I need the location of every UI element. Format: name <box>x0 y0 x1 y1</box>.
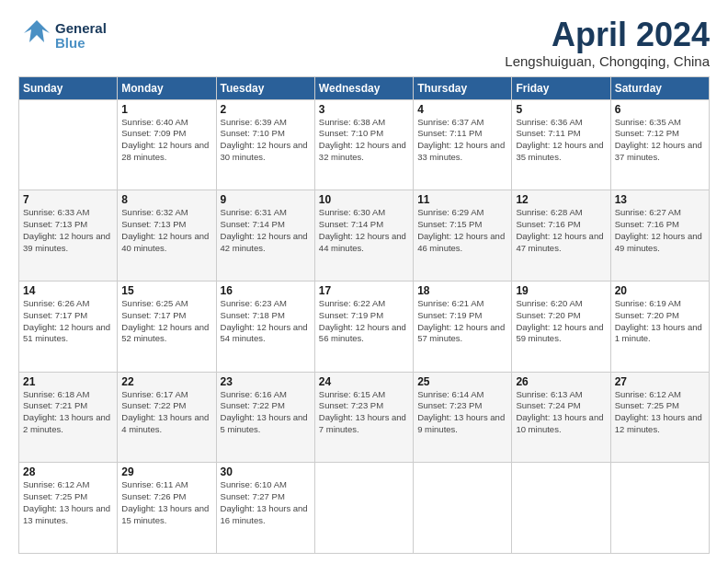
calendar-cell: 26Sunrise: 6:13 AM Sunset: 7:24 PM Dayli… <box>512 372 610 463</box>
cell-info: Sunrise: 6:36 AM Sunset: 7:11 PM Dayligh… <box>516 117 606 164</box>
calendar-cell: 19Sunrise: 6:20 AM Sunset: 7:20 PM Dayli… <box>512 281 610 372</box>
calendar-cell: 24Sunrise: 6:15 AM Sunset: 7:23 PM Dayli… <box>314 372 413 463</box>
logo-icon <box>18 17 53 52</box>
cell-day-number: 24 <box>319 375 409 388</box>
calendar-cell: 3Sunrise: 6:38 AM Sunset: 7:10 PM Daylig… <box>314 99 413 190</box>
calendar-cell <box>414 463 512 554</box>
logo-general: General <box>55 21 107 37</box>
cell-day-number: 19 <box>516 284 606 297</box>
calendar-cell: 9Sunrise: 6:31 AM Sunset: 7:14 PM Daylig… <box>216 190 314 282</box>
cell-day-number: 12 <box>516 193 606 206</box>
calendar-cell: 4Sunrise: 6:37 AM Sunset: 7:11 PM Daylig… <box>414 99 512 190</box>
cell-info: Sunrise: 6:23 AM Sunset: 7:18 PM Dayligh… <box>221 298 311 345</box>
calendar-cell: 25Sunrise: 6:14 AM Sunset: 7:23 PM Dayli… <box>414 372 512 463</box>
calendar-cell: 29Sunrise: 6:11 AM Sunset: 7:26 PM Dayli… <box>118 463 216 554</box>
cell-info: Sunrise: 6:33 AM Sunset: 7:13 PM Dayligh… <box>23 207 113 254</box>
cell-day-number: 6 <box>615 103 705 116</box>
cell-info: Sunrise: 6:13 AM Sunset: 7:24 PM Dayligh… <box>516 389 606 436</box>
cell-day-number: 30 <box>221 465 311 478</box>
calendar-cell: 28Sunrise: 6:12 AM Sunset: 7:25 PM Dayli… <box>19 463 118 554</box>
cell-info: Sunrise: 6:32 AM Sunset: 7:13 PM Dayligh… <box>121 207 211 254</box>
cell-day-number: 5 <box>516 103 606 116</box>
cell-info: Sunrise: 6:26 AM Sunset: 7:17 PM Dayligh… <box>23 298 113 345</box>
calendar-cell: 7Sunrise: 6:33 AM Sunset: 7:13 PM Daylig… <box>19 190 118 282</box>
day-header-monday: Monday <box>118 76 216 99</box>
calendar-cell <box>610 463 709 554</box>
calendar-table: SundayMondayTuesdayWednesdayThursdayFrid… <box>18 76 710 554</box>
calendar-cell: 10Sunrise: 6:30 AM Sunset: 7:14 PM Dayli… <box>314 190 413 282</box>
cell-day-number: 27 <box>615 375 705 388</box>
cell-info: Sunrise: 6:40 AM Sunset: 7:09 PM Dayligh… <box>121 117 211 164</box>
cell-info: Sunrise: 6:38 AM Sunset: 7:10 PM Dayligh… <box>319 117 409 164</box>
week-row-5: 28Sunrise: 6:12 AM Sunset: 7:25 PM Dayli… <box>19 463 710 554</box>
cell-day-number: 9 <box>221 193 311 206</box>
svg-marker-0 <box>24 20 50 42</box>
day-header-saturday: Saturday <box>610 76 709 99</box>
cell-day-number: 13 <box>615 193 705 206</box>
day-header-thursday: Thursday <box>414 76 512 99</box>
cell-info: Sunrise: 6:29 AM Sunset: 7:15 PM Dayligh… <box>417 207 507 254</box>
calendar-cell: 12Sunrise: 6:28 AM Sunset: 7:16 PM Dayli… <box>512 190 610 282</box>
cell-day-number: 7 <box>23 193 113 206</box>
cell-day-number: 25 <box>417 375 507 388</box>
calendar-cell: 5Sunrise: 6:36 AM Sunset: 7:11 PM Daylig… <box>512 99 610 190</box>
calendar-cell: 30Sunrise: 6:10 AM Sunset: 7:27 PM Dayli… <box>216 463 314 554</box>
calendar-cell: 1Sunrise: 6:40 AM Sunset: 7:09 PM Daylig… <box>118 99 216 190</box>
calendar-cell: 11Sunrise: 6:29 AM Sunset: 7:15 PM Dayli… <box>414 190 512 282</box>
title-block: April 2024 Lengshuiguan, Chongqing, Chin… <box>505 17 710 69</box>
cell-day-number: 1 <box>121 103 211 116</box>
calendar-cell: 6Sunrise: 6:35 AM Sunset: 7:12 PM Daylig… <box>610 99 709 190</box>
location: Lengshuiguan, Chongqing, China <box>505 53 710 69</box>
cell-info: Sunrise: 6:35 AM Sunset: 7:12 PM Dayligh… <box>615 117 705 164</box>
cell-day-number: 10 <box>319 193 409 206</box>
cell-info: Sunrise: 6:14 AM Sunset: 7:23 PM Dayligh… <box>417 389 507 436</box>
cell-info: Sunrise: 6:17 AM Sunset: 7:22 PM Dayligh… <box>121 389 211 436</box>
cell-day-number: 16 <box>221 284 311 297</box>
cell-day-number: 3 <box>319 103 409 116</box>
calendar-cell <box>512 463 610 554</box>
cell-info: Sunrise: 6:20 AM Sunset: 7:20 PM Dayligh… <box>516 298 606 345</box>
calendar-cell <box>19 99 118 190</box>
cell-day-number: 22 <box>121 375 211 388</box>
page: General Blue April 2024 Lengshuiguan, Ch… <box>0 0 728 563</box>
calendar-header-row: SundayMondayTuesdayWednesdayThursdayFrid… <box>19 76 710 99</box>
week-row-1: 1Sunrise: 6:40 AM Sunset: 7:09 PM Daylig… <box>19 99 710 190</box>
cell-info: Sunrise: 6:18 AM Sunset: 7:21 PM Dayligh… <box>23 389 113 436</box>
cell-day-number: 14 <box>23 284 113 297</box>
day-header-tuesday: Tuesday <box>216 76 314 99</box>
cell-day-number: 8 <box>121 193 211 206</box>
cell-info: Sunrise: 6:16 AM Sunset: 7:22 PM Dayligh… <box>221 389 311 436</box>
cell-day-number: 21 <box>23 375 113 388</box>
cell-day-number: 20 <box>615 284 705 297</box>
calendar-cell: 22Sunrise: 6:17 AM Sunset: 7:22 PM Dayli… <box>118 372 216 463</box>
calendar-cell: 23Sunrise: 6:16 AM Sunset: 7:22 PM Dayli… <box>216 372 314 463</box>
logo-blue: Blue <box>55 36 107 52</box>
cell-info: Sunrise: 6:19 AM Sunset: 7:20 PM Dayligh… <box>615 298 705 345</box>
logo: General Blue <box>18 17 107 55</box>
week-row-2: 7Sunrise: 6:33 AM Sunset: 7:13 PM Daylig… <box>19 190 710 282</box>
cell-info: Sunrise: 6:12 AM Sunset: 7:25 PM Dayligh… <box>615 389 705 436</box>
week-row-3: 14Sunrise: 6:26 AM Sunset: 7:17 PM Dayli… <box>19 281 710 372</box>
calendar-cell: 27Sunrise: 6:12 AM Sunset: 7:25 PM Dayli… <box>610 372 709 463</box>
week-row-4: 21Sunrise: 6:18 AM Sunset: 7:21 PM Dayli… <box>19 372 710 463</box>
header: General Blue April 2024 Lengshuiguan, Ch… <box>18 17 710 69</box>
calendar-cell: 13Sunrise: 6:27 AM Sunset: 7:16 PM Dayli… <box>610 190 709 282</box>
cell-info: Sunrise: 6:30 AM Sunset: 7:14 PM Dayligh… <box>319 207 409 254</box>
cell-info: Sunrise: 6:11 AM Sunset: 7:26 PM Dayligh… <box>121 479 211 526</box>
cell-info: Sunrise: 6:22 AM Sunset: 7:19 PM Dayligh… <box>319 298 409 345</box>
calendar-cell: 15Sunrise: 6:25 AM Sunset: 7:17 PM Dayli… <box>118 281 216 372</box>
cell-info: Sunrise: 6:10 AM Sunset: 7:27 PM Dayligh… <box>221 479 311 526</box>
month-title: April 2024 <box>505 17 710 53</box>
calendar-cell: 16Sunrise: 6:23 AM Sunset: 7:18 PM Dayli… <box>216 281 314 372</box>
cell-info: Sunrise: 6:12 AM Sunset: 7:25 PM Dayligh… <box>23 479 113 526</box>
cell-info: Sunrise: 6:15 AM Sunset: 7:23 PM Dayligh… <box>319 389 409 436</box>
cell-day-number: 17 <box>319 284 409 297</box>
calendar-cell: 17Sunrise: 6:22 AM Sunset: 7:19 PM Dayli… <box>314 281 413 372</box>
cell-info: Sunrise: 6:39 AM Sunset: 7:10 PM Dayligh… <box>221 117 311 164</box>
day-header-wednesday: Wednesday <box>314 76 413 99</box>
cell-info: Sunrise: 6:28 AM Sunset: 7:16 PM Dayligh… <box>516 207 606 254</box>
calendar-cell: 2Sunrise: 6:39 AM Sunset: 7:10 PM Daylig… <box>216 99 314 190</box>
calendar-cell: 21Sunrise: 6:18 AM Sunset: 7:21 PM Dayli… <box>19 372 118 463</box>
cell-day-number: 11 <box>417 193 507 206</box>
cell-info: Sunrise: 6:37 AM Sunset: 7:11 PM Dayligh… <box>417 117 507 164</box>
